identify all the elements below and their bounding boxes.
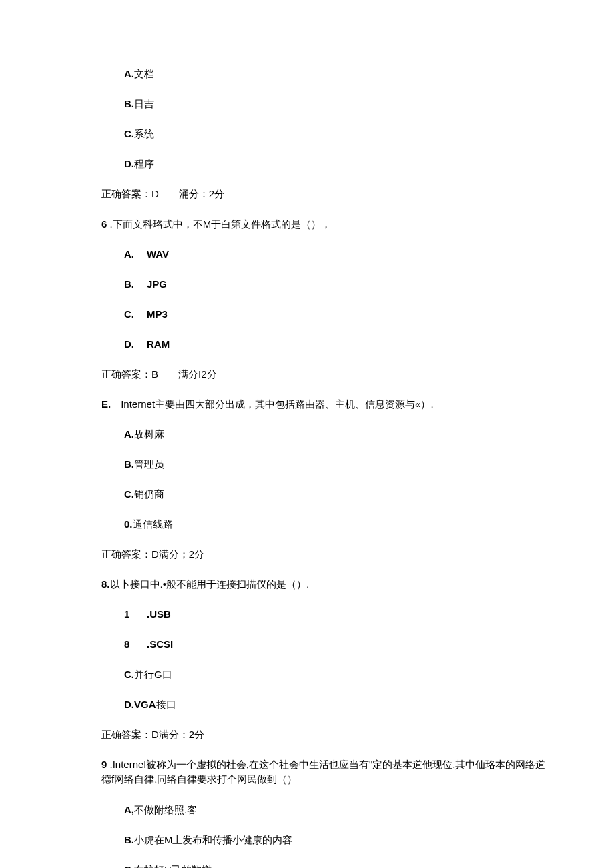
answer-text: 正确答案：D满分：2分 bbox=[101, 729, 204, 740]
q7-option-c: C.销仍商 bbox=[101, 487, 547, 501]
option-text: 系统 bbox=[134, 128, 154, 139]
q5-option-b: B.日吉 bbox=[101, 97, 547, 111]
q5-option-c: C.系统 bbox=[101, 127, 547, 141]
option-label: B. bbox=[124, 834, 134, 845]
q6-option-b: B.JPG bbox=[101, 277, 547, 291]
option-label: A. bbox=[124, 68, 134, 79]
q7-option-d: 0.通信线路 bbox=[101, 517, 547, 531]
answer-text: 正确答案：D满分；2分 bbox=[101, 548, 204, 560]
q7-option-b: B.管理员 bbox=[101, 457, 547, 471]
option-text: 不做附络照.客 bbox=[134, 804, 197, 815]
option-label: C. bbox=[124, 488, 134, 500]
option-text: 并行G口 bbox=[134, 669, 172, 680]
option-label: C. bbox=[124, 128, 134, 139]
option-text: 接口 bbox=[156, 699, 176, 710]
option-label: B. bbox=[124, 98, 134, 109]
q5-answer: 正确答案：D 涌分：2分 bbox=[101, 187, 547, 201]
option-text: 小虎在M上发布和传播小健康的内容 bbox=[134, 834, 293, 845]
option-label: 1 bbox=[124, 607, 147, 621]
q8-answer: 正确答案：D满分：2分 bbox=[101, 727, 547, 741]
option-text: MP3 bbox=[147, 308, 168, 320]
q6-stem: 6 .下面文科珞式中，不M于白第文件格式的是（）， bbox=[101, 217, 547, 231]
question-number: E. bbox=[101, 398, 111, 410]
option-label: B. bbox=[124, 458, 134, 470]
question-text: .Internel被称为一个虚拟的社会,在这个社会中生活也应当有"定的基本道他现… bbox=[101, 759, 545, 785]
q7-stem: E. Internet主要由四大部分出成，其中包括路由器、主机、信息资源与«）. bbox=[101, 397, 547, 411]
q7-option-a: A.故树麻 bbox=[101, 427, 547, 441]
option-text: 日吉 bbox=[134, 98, 154, 109]
option-text: .USB bbox=[147, 608, 171, 620]
option-label: C. bbox=[124, 864, 134, 869]
option-text: WAV bbox=[147, 248, 169, 260]
option-label: D. bbox=[124, 158, 134, 169]
option-text: 故树麻 bbox=[134, 428, 164, 440]
question-text: Internet主要由四大部分出成，其中包括路由器、主机、信息资源与«）. bbox=[111, 398, 433, 410]
option-label: C. bbox=[124, 669, 134, 680]
option-label: D. bbox=[124, 337, 147, 351]
q7-answer: 正确答案：D满分；2分 bbox=[101, 547, 547, 561]
q8-option-c: C.并行G口 bbox=[101, 667, 547, 681]
q8-option-a: 1.USB bbox=[101, 607, 547, 621]
q9-option-a: A,不做附络照.客 bbox=[101, 803, 547, 817]
option-text: 销仍商 bbox=[134, 488, 164, 500]
option-label: B. bbox=[124, 277, 147, 291]
option-text: JPG bbox=[147, 278, 167, 290]
q6-option-c: C.MP3 bbox=[101, 307, 547, 321]
q9-stem: 9 .Internel被称为一个虚拟的社会,在这个社会中生活也应当有"定的基本道… bbox=[101, 757, 547, 787]
q5-option-d: D.程序 bbox=[101, 157, 547, 171]
option-label: 0. bbox=[124, 518, 133, 530]
option-text: 程序 bbox=[134, 158, 154, 169]
q6-answer: 正确答案：B 满分I2分 bbox=[101, 367, 547, 381]
option-text: 通信线路 bbox=[133, 518, 173, 530]
option-text: 女护好H己的数榭 bbox=[134, 864, 212, 869]
question-text: 以卜接口中.•般不能用于连接扫描仪的是（）. bbox=[110, 578, 310, 590]
answer-text: 正确答案：B 满分I2分 bbox=[101, 368, 217, 380]
q9-option-b: B.小虎在M上发布和传播小健康的内容 bbox=[101, 833, 547, 847]
question-text: .下面文科珞式中，不M于白第文件格式的是（）， bbox=[107, 218, 331, 230]
option-text: 管理员 bbox=[134, 458, 164, 470]
option-label: A. bbox=[124, 247, 147, 261]
answer-text: 正确答案：D 涌分：2分 bbox=[101, 188, 224, 199]
q6-option-d: D.RAM bbox=[101, 337, 547, 351]
option-label: D.VGA bbox=[124, 699, 156, 710]
q9-option-c: C.女护好H己的数榭 bbox=[101, 863, 547, 869]
option-label: A. bbox=[124, 428, 134, 440]
q8-stem: 8.以卜接口中.•般不能用于连接扫描仪的是（）. bbox=[101, 577, 547, 591]
option-label: A, bbox=[124, 804, 134, 815]
q8-option-b: 8.SCSI bbox=[101, 637, 547, 651]
q5-option-a: A.文档 bbox=[101, 67, 547, 81]
option-text: RAM bbox=[147, 338, 170, 350]
option-text: .SCSI bbox=[147, 638, 173, 650]
option-label: C. bbox=[124, 307, 147, 321]
q8-option-d: D.VGA接口 bbox=[101, 697, 547, 711]
option-text: 文档 bbox=[134, 68, 154, 79]
q6-option-a: A.WAV bbox=[101, 247, 547, 261]
option-label: 8 bbox=[124, 637, 147, 651]
question-number: 8. bbox=[101, 578, 110, 590]
